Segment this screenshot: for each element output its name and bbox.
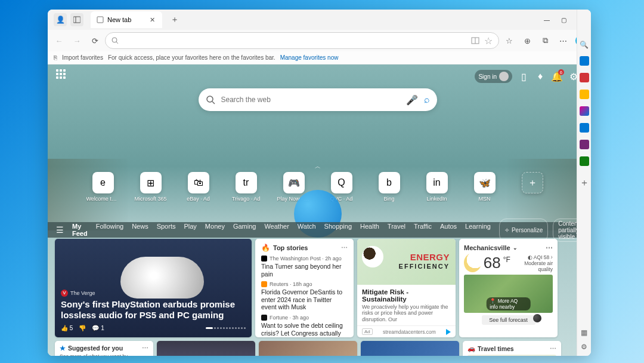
card-menu-icon[interactable]: ⋯ bbox=[142, 344, 148, 352]
image-search-icon[interactable]: ⌕ bbox=[424, 94, 430, 105]
profile-icon[interactable]: 👤 bbox=[54, 13, 67, 26]
weather-location[interactable]: Mechanicsville ⌄⋯ bbox=[464, 244, 553, 252]
moon-icon bbox=[464, 253, 481, 272]
quick-link-label: Microsoft 365 bbox=[134, 196, 166, 202]
mobile-icon[interactable]: ▯ bbox=[518, 71, 529, 82]
flame-icon: 🔥 bbox=[261, 244, 270, 252]
sidebar-outlook-icon[interactable] bbox=[580, 123, 589, 133]
nav-item[interactable]: News bbox=[132, 223, 148, 237]
nav-item[interactable]: Watch bbox=[298, 223, 316, 237]
minimize-button[interactable]: — bbox=[538, 11, 555, 28]
address-bar[interactable]: ☆ bbox=[105, 32, 499, 49]
import-favorites-icon[interactable]: ⎘ bbox=[54, 54, 57, 61]
feed-thumb-3[interactable] bbox=[361, 341, 459, 356]
car-icon: 🚗 bbox=[467, 344, 475, 352]
signin-button[interactable]: Sign in bbox=[475, 70, 512, 83]
ntp-search-box[interactable]: 🎤 ⌕ bbox=[199, 88, 437, 111]
hero-meta: 👍 5 👎 💬 1 bbox=[61, 325, 246, 331]
collapse-quicklinks-icon[interactable]: ︿ bbox=[315, 162, 321, 171]
nav-item[interactable]: Following bbox=[96, 223, 123, 237]
reader-icon[interactable] bbox=[471, 36, 479, 45]
like-button[interactable]: 👍 5 bbox=[61, 325, 73, 331]
quick-link[interactable]: 🦋MSN bbox=[469, 172, 500, 202]
refresh-button[interactable]: ⟳ bbox=[87, 33, 103, 48]
radar-badge[interactable]: 📍 More AQ info nearby bbox=[486, 297, 531, 310]
nav-item[interactable]: Gaming bbox=[233, 223, 256, 237]
tab-newtab[interactable]: New tab ✕ bbox=[91, 11, 162, 28]
nav-item[interactable]: Money bbox=[205, 223, 225, 237]
hero-card[interactable]: VThe Verge Sony's first PlayStation earb… bbox=[55, 239, 252, 337]
quick-link[interactable]: bBing bbox=[374, 172, 405, 202]
personalize-button[interactable]: ✧ Personalize bbox=[499, 219, 548, 242]
top-story[interactable]: Fortune · 3h agoWant to solve the debt c… bbox=[261, 315, 348, 337]
comments-button[interactable]: 💬 1 bbox=[92, 325, 104, 331]
quick-link-tile: 🦋 bbox=[474, 172, 496, 193]
quick-link[interactable]: ⊞Microsoft 365 bbox=[135, 172, 166, 202]
quick-link[interactable]: trTrivago · Ad bbox=[231, 172, 262, 202]
ad-play-icon[interactable] bbox=[446, 329, 451, 335]
nav-item[interactable]: Travel bbox=[388, 223, 405, 237]
sidebar-games-icon[interactable] bbox=[580, 90, 589, 99]
rewards-icon[interactable]: ♦ bbox=[535, 71, 546, 82]
top-story[interactable]: Reuters · 18h agoFlorida Governor DeSant… bbox=[261, 281, 348, 311]
quick-link[interactable]: eWelcome to ... bbox=[88, 172, 119, 202]
feed-menu-icon[interactable]: ☰ bbox=[56, 225, 64, 235]
manage-favorites-link[interactable]: Manage favorites now bbox=[280, 54, 339, 61]
import-favorites-link[interactable]: Import favorites bbox=[62, 54, 103, 61]
svg-line-8 bbox=[212, 101, 215, 104]
feed-row-2: ★Suggested for you⋯ See more of what you… bbox=[55, 341, 577, 356]
quick-link[interactable]: 🛍eBay · Ad bbox=[183, 172, 214, 202]
feed-thumb-2[interactable] bbox=[259, 341, 357, 356]
sidebar-add-icon[interactable]: ＋ bbox=[580, 177, 589, 189]
quick-link[interactable]: inLinkedIn bbox=[422, 172, 453, 202]
voice-search-icon[interactable]: 🎤 bbox=[406, 94, 418, 106]
see-forecast-button[interactable]: See full forecast bbox=[482, 315, 535, 325]
favorite-star-icon[interactable]: ☆ bbox=[484, 35, 493, 47]
sidebar-search-icon[interactable]: 🔍 bbox=[580, 41, 589, 49]
back-button[interactable]: ← bbox=[51, 33, 67, 48]
travel-times-card[interactable]: 🚗Travel times⋯ bbox=[463, 341, 561, 356]
nav-item[interactable]: Weather bbox=[264, 223, 289, 237]
card-menu-icon[interactable]: ⋯ bbox=[341, 244, 348, 252]
nav-item[interactable]: Sports bbox=[157, 223, 176, 237]
card-menu-icon[interactable]: ⋯ bbox=[550, 345, 556, 352]
nav-item[interactable]: Autos bbox=[440, 223, 457, 237]
top-story[interactable]: The Washington Post · 2h agoTina Turner … bbox=[261, 256, 348, 278]
notifications-icon[interactable]: 🔔6 bbox=[552, 71, 562, 82]
quick-link-tile: ⊞ bbox=[140, 172, 162, 193]
sidebar-settings-icon[interactable]: ⚙ bbox=[581, 343, 587, 351]
ntp-search-input[interactable] bbox=[221, 96, 400, 104]
extensions-button[interactable]: ⊕ bbox=[519, 33, 535, 48]
sidebar-efficiency-icon[interactable] bbox=[580, 156, 589, 166]
card-menu-icon[interactable]: ⋯ bbox=[546, 244, 553, 252]
new-tab-button[interactable]: ＋ bbox=[168, 13, 181, 26]
carousel-dots[interactable] bbox=[206, 327, 246, 329]
address-input[interactable] bbox=[123, 36, 466, 45]
sidebar-tools-icon[interactable] bbox=[580, 73, 589, 82]
sidebar-shopping-icon[interactable] bbox=[580, 56, 589, 66]
nav-item[interactable]: Health bbox=[360, 223, 379, 237]
weather-card[interactable]: Mechanicsville ⌄⋯ 68 °F ◐ AQI 58› Modera… bbox=[459, 239, 558, 337]
add-quick-link[interactable]: ＋ bbox=[517, 172, 548, 193]
dislike-button[interactable]: 👎 bbox=[79, 325, 86, 331]
ad-card[interactable]: EFFICIENCY Mitigate Risk - Sustainabilit… bbox=[357, 239, 456, 337]
sidebar-customize-icon[interactable]: ▦ bbox=[581, 328, 587, 337]
maximize-button[interactable]: ▢ bbox=[555, 11, 572, 28]
feed-thumb-1[interactable] bbox=[157, 341, 255, 356]
svg-point-7 bbox=[207, 96, 213, 102]
collections-button[interactable]: ⧉ bbox=[537, 33, 553, 48]
sidebar-drop-icon[interactable] bbox=[580, 140, 589, 149]
nav-item[interactable]: Traffic bbox=[414, 223, 432, 237]
nav-item[interactable]: Shopping bbox=[324, 223, 352, 237]
forward-button[interactable]: → bbox=[69, 33, 85, 48]
weather-radar[interactable]: 📍 More AQ info nearby bbox=[464, 275, 553, 313]
favorites-button[interactable]: ☆ bbox=[501, 33, 517, 48]
nav-item[interactable]: My Feed bbox=[72, 223, 88, 237]
sidebar-m365-icon[interactable] bbox=[580, 106, 589, 116]
close-tab-icon[interactable]: ✕ bbox=[148, 16, 156, 24]
nav-item[interactable]: Play bbox=[184, 223, 196, 237]
tab-actions-icon[interactable] bbox=[70, 13, 83, 26]
app-launcher-icon[interactable] bbox=[56, 69, 70, 84]
nav-item[interactable]: Learning bbox=[465, 223, 491, 237]
more-button[interactable]: ⋯ bbox=[555, 33, 571, 48]
